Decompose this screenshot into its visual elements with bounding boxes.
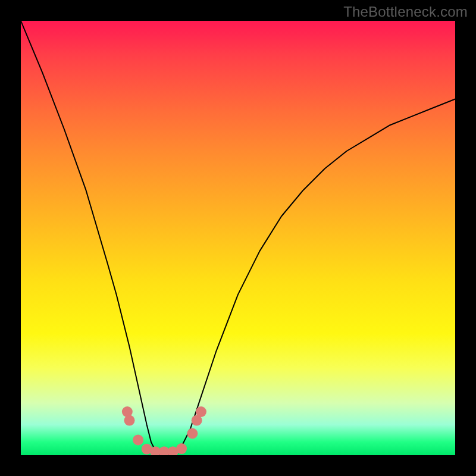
svg-point-10 (196, 406, 206, 417)
watermark-text: TheBottleneck.com (343, 4, 468, 20)
chart-frame: TheBottleneck.com (0, 0, 476, 476)
curve-markers (122, 406, 206, 455)
chart-svg (21, 21, 455, 455)
svg-point-7 (176, 443, 187, 454)
svg-point-2 (133, 434, 143, 445)
chart-plot-area (21, 21, 455, 455)
svg-point-8 (187, 428, 198, 439)
curve-line (21, 21, 455, 455)
svg-point-1 (124, 415, 135, 426)
